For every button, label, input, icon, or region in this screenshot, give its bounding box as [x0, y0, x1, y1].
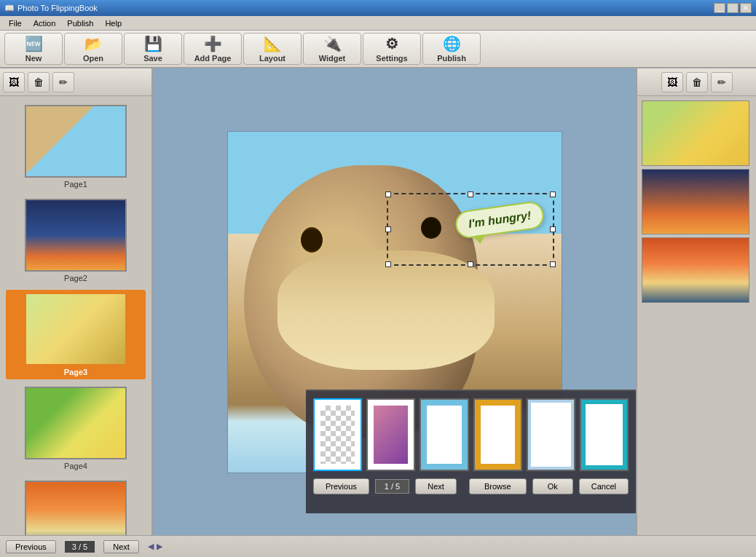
right-thumb-3[interactable] — [642, 237, 749, 303]
page-4-label: Page4 — [64, 462, 87, 470]
titlebar-title: 📖 Photo To FlippingBook — [4, 4, 98, 13]
left-toolbar: 🖼 🗑 ✏ — [0, 68, 151, 96]
page-thumb-img-3 — [25, 293, 127, 366]
right-arrow-icon: ▶ — [157, 542, 162, 551]
new-icon: 🆕 — [25, 35, 43, 52]
add-page-button[interactable]: ➕ Add Page — [184, 33, 242, 65]
frame-pink[interactable] — [366, 398, 415, 471]
widget-icon: 🔌 — [323, 35, 342, 52]
handle-mid-right[interactable] — [550, 226, 556, 232]
minimize-button[interactable]: _ — [714, 3, 725, 13]
frames-panel: Previous 1 / 5 Next Browse Ok Cancel — [306, 390, 636, 513]
ok-button[interactable]: Ok — [532, 478, 573, 494]
delete-page-button[interactable]: 🗑 — [28, 72, 50, 92]
toolbar: 🆕 New 📂 Open 💾 Save ➕ Add Page 📐 Layout … — [0, 31, 756, 68]
frame-blue[interactable] — [420, 398, 468, 471]
page-thumb-img-2 — [25, 199, 127, 272]
page-thumb-4[interactable]: Page4 — [6, 384, 146, 473]
right-images-list — [637, 96, 756, 535]
handle-top-right[interactable] — [550, 191, 556, 197]
settings-icon: ⚙ — [385, 35, 398, 52]
page-thumb-img-4 — [25, 387, 127, 459]
maximize-button[interactable]: □ — [727, 3, 739, 13]
frame-thin-blue[interactable] — [527, 398, 575, 471]
add-page-icon: ➕ — [204, 35, 222, 52]
handle-bottom-left[interactable] — [385, 261, 391, 267]
cancel-button[interactable]: Cancel — [579, 478, 629, 494]
layout-icon: 📐 — [264, 35, 282, 52]
status-next-button[interactable]: Next — [103, 540, 139, 553]
menu-help[interactable]: Help — [99, 17, 127, 29]
left-panel: 🖼 🗑 ✏ Page1 Page2 Page3 Page4 — [0, 68, 153, 535]
page-thumb-img-5 — [25, 481, 127, 535]
frame-orange-preview — [475, 400, 521, 470]
right-thumb-2[interactable] — [642, 169, 749, 234]
status-arrows: ◀ ▶ — [148, 542, 162, 551]
titlebar: 📖 Photo To FlippingBook _ □ ✕ — [0, 0, 756, 16]
edit-page-button[interactable]: ✏ — [52, 72, 74, 92]
handle-bottom-right[interactable] — [550, 261, 556, 267]
frame-blue-preview — [421, 400, 467, 470]
frames-container — [313, 398, 629, 471]
right-delete-button[interactable]: 🗑 — [686, 72, 708, 92]
right-add-button[interactable]: 🖼 — [661, 72, 683, 92]
browse-button[interactable]: Browse — [469, 478, 527, 494]
frame-checkerboard-preview — [315, 400, 361, 470]
handle-bottom-mid[interactable] — [468, 261, 473, 267]
selection-box[interactable] — [387, 193, 554, 266]
new-button[interactable]: 🆕 New — [4, 33, 63, 65]
status-page-indicator: 3 / 5 — [65, 541, 95, 553]
close-button[interactable]: ✕ — [740, 3, 752, 13]
frame-thin-blue-preview — [528, 400, 574, 470]
menu-publish[interactable]: Publish — [61, 17, 99, 29]
status-previous-button[interactable]: Previous — [6, 540, 56, 553]
menu-action[interactable]: Action — [28, 17, 62, 29]
frames-previous-button[interactable]: Previous — [313, 478, 369, 494]
frames-navigation: Previous 1 / 5 Next Browse Ok Cancel — [313, 478, 629, 494]
statusbar: Previous 3 / 5 Next ◀ ▶ — [0, 535, 756, 557]
frame-teal-preview — [581, 400, 627, 470]
frame-teal[interactable] — [580, 398, 629, 471]
titlebar-controls[interactable]: _ □ ✕ — [714, 3, 752, 13]
pages-list: Page1 Page2 Page3 Page4 Page5 — [0, 96, 151, 535]
frames-next-button[interactable]: Next — [415, 478, 457, 494]
right-thumb-1[interactable] — [642, 100, 749, 166]
frames-page-indicator: 1 / 5 — [375, 479, 409, 494]
page-1-label: Page1 — [64, 180, 87, 189]
page-thumb-img-1 — [25, 105, 127, 178]
right-panel: 🖼 🗑 ✏ — [636, 68, 756, 535]
layout-button[interactable]: 📐 Layout — [243, 33, 302, 65]
add-photo-button[interactable]: 🖼 — [3, 72, 25, 92]
page-thumb-5[interactable]: Page5 — [6, 478, 146, 535]
page-thumb-2[interactable]: Page2 — [6, 196, 146, 285]
right-toolbar: 🖼 🗑 ✏ — [637, 68, 756, 96]
handle-top-mid[interactable] — [468, 191, 473, 197]
app-icon: 📖 — [4, 4, 15, 13]
open-icon: 📂 — [84, 35, 103, 52]
canvas-area: I'm hungry! — [153, 68, 636, 535]
frame-checkerboard[interactable] — [313, 398, 362, 471]
handle-top-left[interactable] — [385, 191, 391, 197]
page-thumb-1[interactable]: Page1 — [6, 102, 146, 191]
publish-icon: 🌐 — [443, 35, 461, 52]
dog-left-eye — [301, 227, 323, 253]
frame-orange[interactable] — [473, 398, 522, 471]
publish-button[interactable]: 🌐 Publish — [422, 33, 481, 65]
dog-nose — [277, 250, 495, 370]
main-area: 🖼 🗑 ✏ Page1 Page2 Page3 Page4 — [0, 68, 756, 535]
settings-button[interactable]: ⚙ Settings — [363, 33, 421, 65]
open-button[interactable]: 📂 Open — [64, 33, 122, 65]
widget-button[interactable]: 🔌 Widget — [303, 33, 361, 65]
menu-file[interactable]: File — [3, 17, 28, 29]
right-edit-button[interactable]: ✏ — [711, 72, 733, 92]
handle-mid-left[interactable] — [385, 226, 391, 232]
page-thumb-3[interactable]: Page3 — [6, 290, 146, 379]
page-3-label: Page3 — [64, 368, 87, 376]
menubar: File Action Publish Help — [0, 16, 756, 31]
page-2-label: Page2 — [64, 274, 87, 283]
frame-pink-preview — [368, 400, 414, 470]
left-arrow-icon: ◀ — [148, 542, 154, 551]
save-icon: 💾 — [144, 35, 162, 52]
save-button[interactable]: 💾 Save — [124, 33, 182, 65]
